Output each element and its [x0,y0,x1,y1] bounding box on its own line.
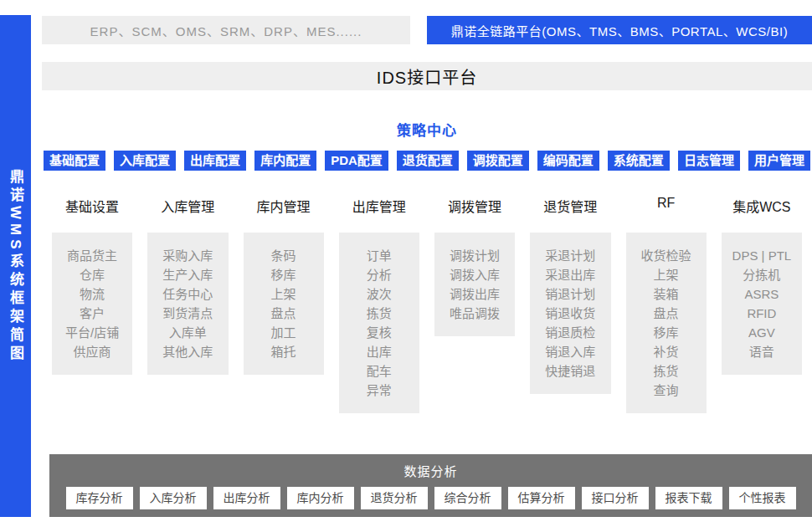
platform-box: 鼎诺全链路平台(OMS、TMS、BMS、PORTAL、WCS/BI) [427,16,812,44]
module-item: 调拨计划 [436,246,513,265]
analysis-button[interactable]: 退货分析 [361,487,428,509]
data-analysis-title: 数据分析 [49,462,812,479]
module-item: 销退计划 [532,284,609,304]
config-button[interactable]: 系统配置 [608,151,670,171]
module-item: 商品货主 [54,246,131,265]
module-item: 箱托 [245,342,322,361]
module-box: 收货检验上架装箱盘点移库补货拣货查询 [626,233,707,413]
sidebar-title: 鼎诺WMS系统框架简图 [0,169,31,364]
analysis-button[interactable]: 库内分析 [287,487,354,509]
module-column-warehouse: 库内管理 条码移库上架盘点加工箱托 [244,196,324,375]
module-item: AGV [723,323,800,342]
module-title: 基础设置 [52,196,132,212]
main-content: ERP、SCM、OMS、SRM、DRP、MES...... 鼎诺全链路平台(OM… [42,16,812,413]
top-row: ERP、SCM、OMS、SRM、DRP、MES...... 鼎诺全链路平台(OM… [42,16,812,44]
module-item: 条码 [245,246,322,265]
module-box: 调拨计划调拨入库调拨出库唯品调拨 [434,233,515,336]
module-item: 盘点 [628,304,705,323]
module-title: 调拨管理 [434,196,515,212]
module-item: 波次 [341,284,418,304]
analysis-button[interactable]: 入库分析 [140,487,207,509]
module-box: 采退计划采退出库销退计划销退收货销退质检销退入库快捷销退 [530,233,610,394]
config-button[interactable]: 库内配置 [254,151,316,171]
config-button[interactable]: 日志管理 [678,151,740,171]
module-item: DPS | PTL [723,246,800,265]
module-item: 查询 [628,381,705,400]
analysis-button[interactable]: 综合分析 [434,487,501,509]
module-item: 复核 [341,323,418,342]
module-item: 拣货 [341,304,418,323]
module-item: 销退质检 [532,323,609,342]
module-item: 平台/店铺 [54,323,131,342]
module-item: 入库单 [149,323,226,342]
config-button[interactable]: PDA配置 [325,151,388,171]
module-column-returns: 退货管理 采退计划采退出库销退计划销退收货销退质检销退入库快捷销退 [530,196,610,394]
module-item: 客户 [54,304,131,323]
module-item: 调拨出库 [436,284,513,304]
module-column-rf: RF 收货检验上架装箱盘点移库补货拣货查询 [626,196,707,413]
analysis-button[interactable]: 接口分析 [582,487,649,509]
module-item: 供应商 [54,342,131,361]
module-item: 收货检验 [628,246,705,265]
module-item: 订单 [341,246,418,265]
analysis-button-row: 库存分析入库分析出库分析库内分析退货分析综合分析估算分析接口分析报表下载个性报表 [49,487,812,509]
module-item: 销退收货 [532,304,609,323]
module-item: 移库 [628,323,705,342]
module-item: 其他入库 [149,342,226,361]
config-button[interactable]: 退货配置 [397,151,459,171]
module-item: 到货清点 [149,304,226,323]
module-title: 出库管理 [339,196,419,212]
config-button[interactable]: 基础配置 [44,151,105,171]
module-item: 分拣机 [723,265,800,284]
analysis-button[interactable]: 库存分析 [66,487,133,509]
module-item: 语音 [723,342,800,361]
analysis-button[interactable]: 出库分析 [213,487,280,509]
module-item: 上架 [245,284,322,304]
sidebar: 鼎诺WMS系统框架简图 [0,15,31,517]
module-column-inbound: 入库管理 采购入库生产入库任务中心到货清点入库单其他入库 [147,196,228,375]
module-title: 集成WCS [722,196,802,212]
module-box: DPS | PTL分拣机ASRSRFIDAGV语音 [722,233,802,375]
module-column-transfer: 调拨管理 调拨计划调拨入库调拨出库唯品调拨 [434,196,515,336]
module-box: 商品货主仓库物流客户平台/店铺供应商 [52,233,132,375]
module-item: 调拨入库 [436,265,513,284]
config-button[interactable]: 出库配置 [184,151,246,171]
module-column-wcs: 集成WCS DPS | PTL分拣机ASRSRFIDAGV语音 [722,196,802,375]
data-analysis-panel: 数据分析 库存分析入库分析出库分析库内分析退货分析综合分析估算分析接口分析报表下… [49,454,812,517]
module-item: 异常 [341,381,418,400]
module-item: 采购入库 [149,246,226,265]
analysis-button[interactable]: 报表下载 [655,487,722,509]
module-title: 入库管理 [147,196,228,212]
config-button[interactable]: 入库配置 [114,151,176,171]
config-button[interactable]: 编码配置 [537,151,599,171]
wms-framework-page: 鼎诺WMS系统框架简图 ERP、SCM、OMS、SRM、DRP、MES.....… [0,0,812,532]
module-item: 采退计划 [532,246,609,265]
module-box: 订单分析波次拣货复核出库配车异常 [339,233,419,413]
module-item: RFID [723,304,800,323]
config-button[interactable]: 调拨配置 [467,151,529,171]
module-item: 销退入库 [532,342,609,361]
module-item: 加工 [245,323,322,342]
module-column-outbound: 出库管理 订单分析波次拣货复核出库配车异常 [339,196,419,413]
module-title: 退货管理 [530,196,610,212]
module-item: 盘点 [245,304,322,323]
module-title: 库内管理 [244,196,324,212]
module-item: 补货 [628,342,705,361]
config-button-row: 基础配置入库配置出库配置库内配置PDA配置退货配置调拨配置编码配置系统配置日志管… [42,151,812,171]
config-button[interactable]: 用户管理 [748,151,810,171]
module-item: 上架 [628,265,705,284]
external-systems-box: ERP、SCM、OMS、SRM、DRP、MES...... [42,16,410,44]
analysis-button[interactable]: 个性报表 [729,487,796,509]
strategy-center-title: 策略中心 [42,119,812,136]
module-title: RF [626,196,707,212]
ids-interface-bar: IDS接口平台 [42,62,812,90]
module-item: 快捷销退 [532,361,609,381]
module-item: ASRS [723,284,800,304]
module-item: 物流 [54,284,131,304]
analysis-button[interactable]: 估算分析 [508,487,575,509]
module-item: 装箱 [628,284,705,304]
module-item: 仓库 [54,265,131,284]
module-box: 采购入库生产入库任务中心到货清点入库单其他入库 [147,233,228,375]
module-box: 条码移库上架盘点加工箱托 [244,233,324,375]
module-item: 移库 [245,265,322,284]
